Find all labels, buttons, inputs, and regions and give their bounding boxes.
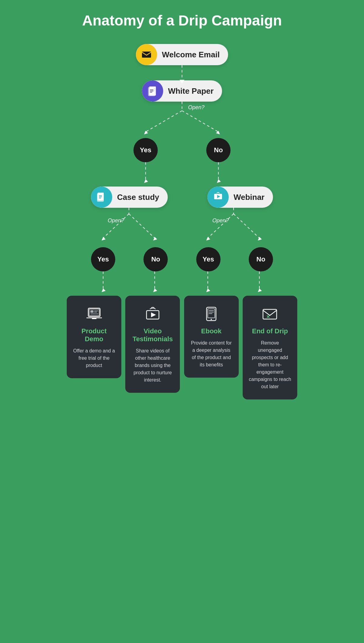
product-demo-card: Product Demo Offer a demo and a free tri…: [67, 296, 121, 378]
yes-circle-3: Yes: [196, 247, 221, 271]
product-demo-title: Product Demo: [73, 327, 115, 343]
yes-circle-1: Yes: [133, 138, 158, 162]
svg-rect-25: [98, 194, 103, 201]
svg-rect-51: [88, 308, 100, 317]
main-container: Anatomy of a Drip Campaign Welcome Email: [58, 0, 306, 418]
end-of-drip-card: End of Drip Remove unengaged prospects o…: [243, 296, 297, 399]
video-icon: [143, 305, 162, 323]
svg-marker-50: [258, 288, 262, 292]
svg-line-12: [146, 111, 182, 132]
laptop-icon: [85, 305, 103, 323]
svg-rect-58: [90, 314, 98, 314]
svg-marker-15: [216, 131, 220, 134]
svg-marker-48: [153, 288, 157, 292]
yes-no-row-1: Yes No: [106, 138, 258, 162]
whitepaper-node: White Paper: [142, 80, 222, 102]
svg-marker-49: [206, 288, 210, 292]
whitepaper-label: White Paper: [163, 86, 222, 96]
page-title: Anatomy of a Drip Campaign: [82, 12, 282, 29]
svg-rect-0: [142, 52, 151, 58]
dashed-v-1: [182, 65, 182, 80]
svg-rect-7: [150, 89, 153, 90]
svg-rect-65: [209, 312, 214, 312]
email-end-icon: [261, 305, 279, 323]
casestudy-node: Case study: [91, 187, 168, 208]
svg-rect-66: [209, 313, 212, 314]
welcome-email-label: Welcome Email: [157, 50, 228, 59]
svg-rect-57: [94, 312, 97, 312]
svg-rect-27: [99, 197, 102, 197]
svg-marker-47: [102, 288, 106, 292]
branch-svg-4: [76, 271, 288, 296]
casestudy-icon: [91, 187, 112, 208]
ebook-desc: Provide content for a deeper analysis of…: [190, 339, 233, 369]
svg-rect-8: [150, 91, 153, 91]
svg-rect-55: [90, 310, 93, 313]
no-circle-2: No: [143, 247, 168, 271]
ebook-icon: [202, 305, 221, 323]
arrow-1: [182, 65, 182, 80]
svg-marker-19: [217, 179, 221, 183]
svg-line-40: [234, 214, 259, 238]
email-svg: [141, 49, 152, 60]
video-testimonials-card: Video Testimonials Share videos of other…: [125, 296, 180, 393]
svg-marker-60: [151, 312, 156, 317]
email-end-svg: [261, 306, 278, 322]
branch-svg-2: [106, 162, 258, 187]
svg-rect-64: [209, 310, 214, 311]
webinar-svg: [213, 192, 224, 203]
svg-rect-26: [99, 195, 102, 196]
webinar-label: Webinar: [229, 193, 273, 202]
svg-text:Open?: Open?: [188, 104, 204, 110]
end-of-drip-desc: Remove unengaged prospects or add them t…: [249, 339, 291, 390]
webinar-node: Webinar: [207, 187, 273, 208]
video-testimonials-desc: Share videos of other healthcare brands …: [131, 347, 174, 384]
branch-svg-1: Open?: [106, 102, 258, 138]
svg-marker-18: [144, 179, 148, 183]
branch-svg-3: Open? Open?: [76, 208, 288, 247]
laptop-svg: [86, 306, 103, 322]
yes-circle-2: Yes: [91, 247, 115, 271]
document-svg: [147, 86, 158, 96]
document-icon: [142, 80, 163, 102]
end-of-drip-title: End of Drip: [252, 327, 288, 335]
svg-line-13: [182, 111, 218, 132]
ebook-card: Ebook Provide content for a deeper analy…: [184, 296, 239, 378]
ebook-title: Ebook: [201, 327, 221, 335]
cards-row: Product Demo Offer a demo and a free tri…: [67, 296, 297, 399]
svg-rect-54: [92, 318, 96, 319]
email-icon: [136, 44, 157, 65]
casestudy-webinar-row: Case study Webinar: [91, 187, 273, 208]
svg-rect-6: [149, 88, 154, 95]
webinar-icon: [207, 187, 229, 208]
svg-rect-67: [263, 309, 277, 319]
svg-point-63: [211, 319, 212, 320]
svg-line-34: [129, 214, 155, 238]
svg-rect-28: [99, 198, 101, 198]
svg-rect-9: [150, 92, 152, 93]
svg-marker-35: [102, 237, 106, 241]
casestudy-svg: [96, 192, 107, 203]
product-demo-desc: Offer a demo and a free trial of the pro…: [73, 347, 115, 369]
yes-no-row-2: Yes No Yes No: [76, 247, 288, 271]
ebook-svg: [203, 306, 220, 322]
welcome-email-node: Welcome Email: [136, 44, 228, 65]
casestudy-label: Case study: [112, 193, 168, 202]
video-testimonials-title: Video Testimonials: [131, 327, 174, 343]
no-circle-3: No: [249, 247, 273, 271]
svg-marker-41: [206, 237, 210, 241]
video-svg: [144, 306, 161, 322]
no-circle-1: No: [206, 138, 231, 162]
svg-marker-14: [144, 131, 148, 134]
svg-rect-56: [94, 311, 98, 311]
whitepaper-branch: Open? Yes No: [64, 102, 300, 399]
